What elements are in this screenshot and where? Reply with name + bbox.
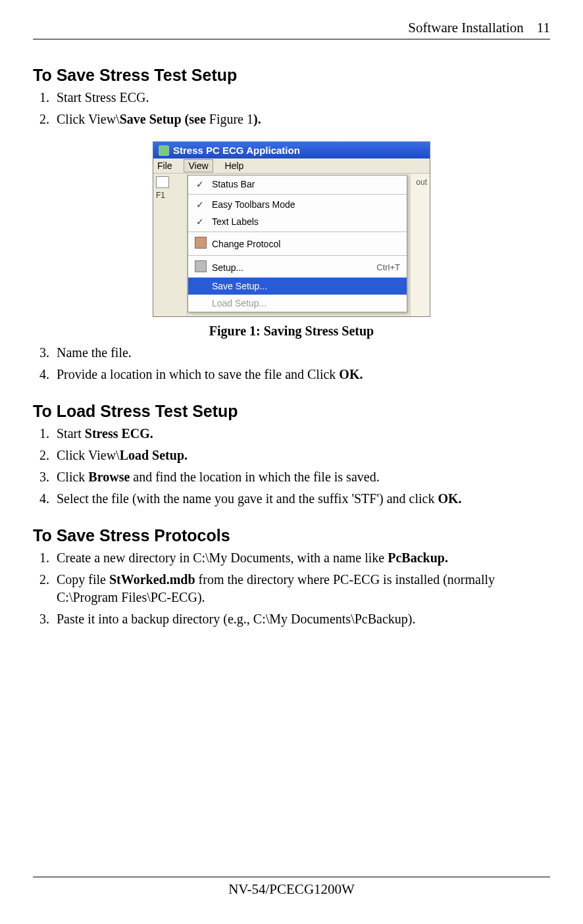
menu-item-setup[interactable]: Setup... Ctrl+T [188,257,407,278]
menu-item-save-setup[interactable]: Save Setup... [188,278,407,295]
list-item: Provide a location in which to save the … [53,366,550,383]
toolbar-row: F1 ✓ Status Bar ✓ Easy Toolbars Mode [153,174,430,316]
menu-separator [188,255,407,256]
list-item: Copy file StWorked.mdb from the director… [53,571,550,606]
menu-separator [188,194,407,195]
list-item: Start Stress ECG. [53,425,550,443]
list-save-stress-protocols: Create a new directory in C:\My Document… [33,549,550,628]
figure-caption: Figure 1: Saving Stress Setup [33,324,550,339]
view-dropdown: ✓ Status Bar ✓ Easy Toolbars Mode ✓ Text… [188,175,407,312]
check-icon: ✓ [195,216,205,227]
toolbar-label: F1 [156,191,165,200]
menu-item-easy-toolbars[interactable]: ✓ Easy Toolbars Mode [188,196,407,213]
menu-item-change-protocol[interactable]: Change Protocol [188,233,407,254]
list-save-stress-test-setup: Start Stress ECG. Click View\Save Setup … [33,89,550,128]
list-item: Name the file. [53,344,550,362]
menu-view[interactable]: View [184,159,213,172]
protocol-icon [195,237,207,249]
heading-save-stress-test-setup: To Save Stress Test Setup [33,66,550,85]
window-titlebar: Stress PC ECG Application [153,142,430,158]
list-load-stress-test-setup: Start Stress ECG. Click View\Load Setup.… [33,425,550,508]
window-title: Stress PC ECG Application [173,145,300,156]
check-icon: ✓ [195,179,205,189]
menubar: File View Help [153,158,430,174]
header-page-number: 11 [537,20,550,36]
footer-doc-id: NV-54/PCECG1200W [228,881,355,897]
list-item: Click View\Save Setup (see Figure 1). [53,110,550,128]
heading-load-stress-test-setup: To Load Stress Test Setup [33,402,550,421]
figure-1: Stress PC ECG Application File View Help… [33,141,550,339]
menu-help[interactable]: Help [224,160,243,171]
page-content: To Save Stress Test Setup Start Stress E… [33,39,550,877]
list-item: Select the file (with the name you gave … [53,490,550,508]
list-item: Paste it into a backup directory (e.g., … [53,610,550,628]
page-header: Software Installation 11 [33,20,550,39]
header-section: Software Installation [408,20,524,36]
list-save-stress-test-setup-cont: Name the file. Provide a location in whi… [33,344,550,383]
list-item: Click View\Load Setup. [53,447,550,464]
list-item: Start Stress ECG. [53,89,550,107]
menu-item-status-bar[interactable]: ✓ Status Bar [188,176,407,193]
menu-item-load-setup: Load Setup... [188,295,407,312]
toolbar-left: F1 [153,174,188,316]
page-footer: NV-54/PCECG1200W [33,877,550,898]
window-right-edge: out [410,174,430,316]
menu-item-text-labels[interactable]: ✓ Text Labels [188,213,407,230]
shortcut-label: Ctrl+T [376,262,400,272]
new-doc-icon[interactable] [156,176,169,188]
list-item: Create a new directory in C:\My Document… [53,549,550,567]
list-item: Click Browse and find the location in wh… [53,468,550,486]
check-icon: ✓ [195,199,205,210]
menu-separator [188,231,407,232]
app-icon [159,145,169,156]
app-window: Stress PC ECG Application File View Help… [153,141,430,317]
wrench-icon [195,260,207,272]
menu-file[interactable]: File [157,160,172,171]
heading-save-stress-protocols: To Save Stress Protocols [33,526,550,545]
